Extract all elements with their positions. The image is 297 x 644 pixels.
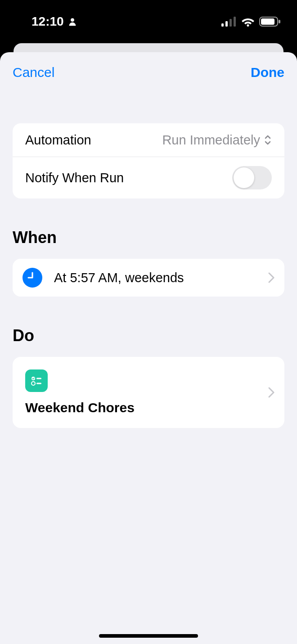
status-bar: 12:10 xyxy=(0,0,297,43)
notify-row: Notify When Run xyxy=(13,157,284,198)
toggle-knob xyxy=(234,167,254,188)
svg-rect-1 xyxy=(221,23,224,27)
svg-rect-13 xyxy=(36,383,41,384)
svg-point-5 xyxy=(247,24,249,27)
svg-point-12 xyxy=(32,382,35,385)
svg-rect-11 xyxy=(36,378,41,379)
do-left: Weekend Chores xyxy=(25,369,259,415)
shortcut-app-icon xyxy=(25,369,48,392)
done-button[interactable]: Done xyxy=(251,65,284,80)
content: Automation Run Immediately Notify When R… xyxy=(0,123,297,428)
automation-label: Automation xyxy=(25,133,91,148)
svg-rect-4 xyxy=(234,17,236,27)
status-time: 12:10 xyxy=(32,14,64,29)
when-text: At 5:57 AM, weekends xyxy=(54,270,256,285)
svg-rect-3 xyxy=(230,19,232,27)
do-row[interactable]: Weekend Chores xyxy=(13,357,284,428)
svg-point-0 xyxy=(71,18,74,22)
automation-value: Run Immediately xyxy=(162,133,260,148)
clock-icon xyxy=(22,268,42,288)
svg-rect-7 xyxy=(261,18,274,25)
status-right xyxy=(221,17,281,27)
cancel-button[interactable]: Cancel xyxy=(13,65,54,80)
modal-sheet: Cancel Done Automation Run Immediately N… xyxy=(0,52,297,644)
person-icon xyxy=(68,17,77,27)
nav-bar: Cancel Done xyxy=(0,52,297,80)
status-left: 12:10 xyxy=(32,14,77,29)
home-indicator[interactable] xyxy=(99,634,198,638)
chevron-right-icon xyxy=(268,387,274,398)
cellular-icon xyxy=(221,17,237,27)
automation-row[interactable]: Automation Run Immediately xyxy=(13,123,284,157)
updown-icon xyxy=(264,134,272,146)
svg-rect-2 xyxy=(225,21,228,27)
list-check-icon xyxy=(30,374,43,387)
notify-toggle[interactable] xyxy=(232,166,272,189)
when-row[interactable]: At 5:57 AM, weekends xyxy=(13,259,284,297)
when-title: When xyxy=(13,228,284,247)
do-title: Do xyxy=(13,326,284,345)
shortcut-name: Weekend Chores xyxy=(25,400,259,415)
chevron-right-icon xyxy=(268,272,274,283)
automation-value-wrap: Run Immediately xyxy=(162,133,272,148)
wifi-icon xyxy=(241,17,255,27)
svg-rect-8 xyxy=(279,20,280,23)
battery-icon xyxy=(259,17,281,27)
settings-card: Automation Run Immediately Notify When R… xyxy=(13,123,284,198)
notify-label: Notify When Run xyxy=(25,171,124,185)
